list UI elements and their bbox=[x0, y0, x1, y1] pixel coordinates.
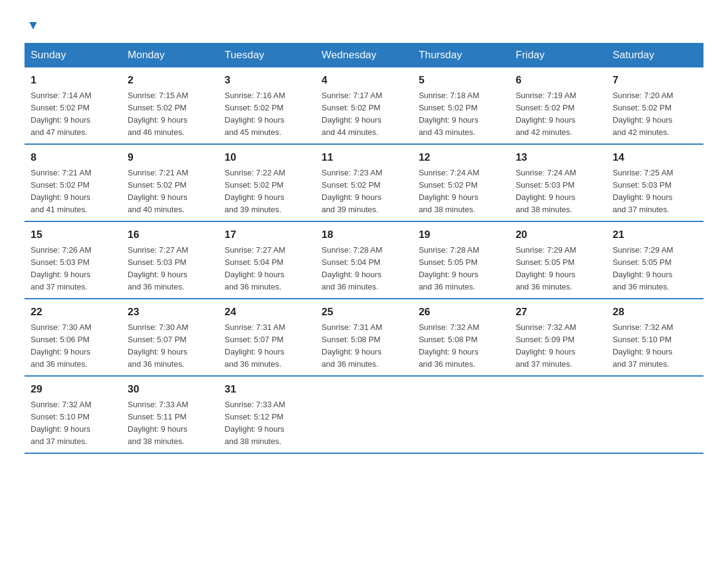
day-info: Sunrise: 7:27 AMSunset: 5:03 PMDaylight:… bbox=[127, 244, 212, 294]
day-cell: 13Sunrise: 7:24 AMSunset: 5:03 PMDayligh… bbox=[509, 144, 606, 221]
day-cell: 4Sunrise: 7:17 AMSunset: 5:02 PMDaylight… bbox=[316, 67, 412, 144]
day-info: Sunrise: 7:15 AMSunset: 5:02 PMDaylight:… bbox=[127, 90, 212, 139]
day-cell: 11Sunrise: 7:23 AMSunset: 5:02 PMDayligh… bbox=[316, 144, 412, 221]
day-cell: 9Sunrise: 7:21 AMSunset: 5:02 PMDaylight… bbox=[121, 144, 218, 221]
day-info: Sunrise: 7:26 AMSunset: 5:03 PMDaylight:… bbox=[31, 244, 115, 294]
day-cell: 22Sunrise: 7:30 AMSunset: 5:06 PMDayligh… bbox=[25, 299, 121, 376]
day-info: Sunrise: 7:31 AMSunset: 5:07 PMDaylight:… bbox=[225, 321, 309, 371]
day-number: 9 bbox=[127, 150, 212, 166]
header-cell-monday: Monday bbox=[121, 43, 218, 67]
day-number: 27 bbox=[515, 304, 600, 320]
week-row-4: 22Sunrise: 7:30 AMSunset: 5:06 PMDayligh… bbox=[25, 299, 703, 376]
day-cell: 20Sunrise: 7:29 AMSunset: 5:05 PMDayligh… bbox=[509, 221, 606, 299]
header-cell-sunday: Sunday bbox=[25, 43, 121, 67]
day-info: Sunrise: 7:21 AMSunset: 5:02 PMDaylight:… bbox=[127, 167, 212, 216]
day-info: Sunrise: 7:25 AMSunset: 5:03 PMDaylight:… bbox=[613, 167, 697, 216]
day-number: 22 bbox=[31, 304, 115, 320]
day-number: 5 bbox=[419, 72, 503, 88]
day-cell bbox=[412, 376, 509, 453]
day-cell: 3Sunrise: 7:16 AMSunset: 5:02 PMDaylight… bbox=[219, 67, 316, 144]
header-row: SundayMondayTuesdayWednesdayThursdayFrid… bbox=[25, 43, 703, 67]
day-info: Sunrise: 7:20 AMSunset: 5:02 PMDaylight:… bbox=[613, 90, 697, 139]
day-info: Sunrise: 7:21 AMSunset: 5:02 PMDaylight:… bbox=[31, 167, 115, 216]
day-info: Sunrise: 7:24 AMSunset: 5:03 PMDaylight:… bbox=[515, 167, 600, 216]
week-row-1: 1Sunrise: 7:14 AMSunset: 5:02 PMDaylight… bbox=[25, 67, 703, 144]
calendar-table: SundayMondayTuesdayWednesdayThursdayFrid… bbox=[25, 43, 703, 454]
day-number: 21 bbox=[613, 227, 697, 243]
day-number: 3 bbox=[225, 72, 309, 88]
day-number: 29 bbox=[31, 381, 115, 397]
day-info: Sunrise: 7:32 AMSunset: 5:09 PMDaylight:… bbox=[515, 321, 600, 371]
day-cell: 17Sunrise: 7:27 AMSunset: 5:04 PMDayligh… bbox=[219, 221, 316, 299]
day-number: 28 bbox=[613, 304, 697, 320]
day-info: Sunrise: 7:30 AMSunset: 5:06 PMDaylight:… bbox=[31, 321, 115, 371]
day-info: Sunrise: 7:33 AMSunset: 5:12 PMDaylight:… bbox=[225, 399, 309, 448]
day-cell: 6Sunrise: 7:19 AMSunset: 5:02 PMDaylight… bbox=[509, 67, 606, 144]
day-cell: 1Sunrise: 7:14 AMSunset: 5:02 PMDaylight… bbox=[25, 67, 121, 144]
day-cell: 2Sunrise: 7:15 AMSunset: 5:02 PMDaylight… bbox=[121, 67, 218, 144]
day-number: 26 bbox=[419, 304, 503, 320]
day-number: 16 bbox=[127, 227, 212, 243]
header-cell-saturday: Saturday bbox=[607, 43, 703, 67]
day-cell: 21Sunrise: 7:29 AMSunset: 5:05 PMDayligh… bbox=[607, 221, 703, 299]
day-number: 30 bbox=[127, 381, 212, 397]
day-info: Sunrise: 7:18 AMSunset: 5:02 PMDaylight:… bbox=[419, 90, 503, 139]
day-cell: 5Sunrise: 7:18 AMSunset: 5:02 PMDaylight… bbox=[412, 67, 509, 144]
day-cell bbox=[607, 376, 703, 453]
week-row-5: 29Sunrise: 7:32 AMSunset: 5:10 PMDayligh… bbox=[25, 376, 703, 453]
day-cell: 24Sunrise: 7:31 AMSunset: 5:07 PMDayligh… bbox=[219, 299, 316, 376]
day-info: Sunrise: 7:30 AMSunset: 5:07 PMDaylight:… bbox=[127, 321, 212, 371]
day-cell: 8Sunrise: 7:21 AMSunset: 5:02 PMDaylight… bbox=[25, 144, 121, 221]
day-info: Sunrise: 7:24 AMSunset: 5:02 PMDaylight:… bbox=[419, 167, 503, 216]
day-info: Sunrise: 7:32 AMSunset: 5:10 PMDaylight:… bbox=[613, 321, 697, 371]
day-info: Sunrise: 7:32 AMSunset: 5:10 PMDaylight:… bbox=[31, 399, 115, 448]
day-cell: 14Sunrise: 7:25 AMSunset: 5:03 PMDayligh… bbox=[607, 144, 703, 221]
day-cell: 30Sunrise: 7:33 AMSunset: 5:11 PMDayligh… bbox=[121, 376, 218, 453]
header-cell-thursday: Thursday bbox=[412, 43, 509, 67]
day-info: Sunrise: 7:31 AMSunset: 5:08 PMDaylight:… bbox=[322, 321, 406, 371]
day-number: 23 bbox=[127, 304, 212, 320]
day-cell: 15Sunrise: 7:26 AMSunset: 5:03 PMDayligh… bbox=[25, 221, 121, 299]
day-cell: 29Sunrise: 7:32 AMSunset: 5:10 PMDayligh… bbox=[25, 376, 121, 453]
day-number: 13 bbox=[515, 150, 600, 166]
day-number: 8 bbox=[31, 150, 115, 166]
day-cell: 12Sunrise: 7:24 AMSunset: 5:02 PMDayligh… bbox=[412, 144, 509, 221]
svg-marker-0 bbox=[29, 22, 37, 29]
day-number: 31 bbox=[225, 381, 309, 397]
header-cell-friday: Friday bbox=[509, 43, 606, 67]
calendar-header: SundayMondayTuesdayWednesdayThursdayFrid… bbox=[25, 43, 703, 67]
day-cell: 27Sunrise: 7:32 AMSunset: 5:09 PMDayligh… bbox=[509, 299, 606, 376]
day-cell: 28Sunrise: 7:32 AMSunset: 5:10 PMDayligh… bbox=[607, 299, 703, 376]
day-cell: 18Sunrise: 7:28 AMSunset: 5:04 PMDayligh… bbox=[316, 221, 412, 299]
day-cell: 7Sunrise: 7:20 AMSunset: 5:02 PMDaylight… bbox=[607, 67, 703, 144]
day-number: 11 bbox=[322, 150, 406, 166]
header-cell-wednesday: Wednesday bbox=[316, 43, 412, 67]
day-number: 7 bbox=[613, 72, 697, 88]
day-cell bbox=[316, 376, 412, 453]
page-header bbox=[25, 18, 703, 31]
day-number: 10 bbox=[225, 150, 309, 166]
day-cell: 25Sunrise: 7:31 AMSunset: 5:08 PMDayligh… bbox=[316, 299, 412, 376]
day-cell: 31Sunrise: 7:33 AMSunset: 5:12 PMDayligh… bbox=[219, 376, 316, 453]
day-info: Sunrise: 7:28 AMSunset: 5:05 PMDaylight:… bbox=[419, 244, 503, 294]
day-cell: 23Sunrise: 7:30 AMSunset: 5:07 PMDayligh… bbox=[121, 299, 218, 376]
day-info: Sunrise: 7:28 AMSunset: 5:04 PMDaylight:… bbox=[322, 244, 406, 294]
day-info: Sunrise: 7:32 AMSunset: 5:08 PMDaylight:… bbox=[419, 321, 503, 371]
day-cell bbox=[509, 376, 606, 453]
day-info: Sunrise: 7:27 AMSunset: 5:04 PMDaylight:… bbox=[225, 244, 309, 294]
day-info: Sunrise: 7:22 AMSunset: 5:02 PMDaylight:… bbox=[225, 167, 309, 216]
day-info: Sunrise: 7:23 AMSunset: 5:02 PMDaylight:… bbox=[322, 167, 406, 216]
logo bbox=[25, 18, 39, 31]
day-cell: 16Sunrise: 7:27 AMSunset: 5:03 PMDayligh… bbox=[121, 221, 218, 299]
day-number: 25 bbox=[322, 304, 406, 320]
day-number: 12 bbox=[419, 150, 503, 166]
header-cell-tuesday: Tuesday bbox=[219, 43, 316, 67]
day-number: 15 bbox=[31, 227, 115, 243]
day-cell: 26Sunrise: 7:32 AMSunset: 5:08 PMDayligh… bbox=[412, 299, 509, 376]
day-info: Sunrise: 7:14 AMSunset: 5:02 PMDaylight:… bbox=[31, 90, 115, 139]
day-number: 24 bbox=[225, 304, 309, 320]
day-number: 20 bbox=[515, 227, 600, 243]
day-info: Sunrise: 7:29 AMSunset: 5:05 PMDaylight:… bbox=[515, 244, 600, 294]
day-info: Sunrise: 7:29 AMSunset: 5:05 PMDaylight:… bbox=[613, 244, 697, 294]
logo-arrow-icon bbox=[27, 20, 39, 32]
